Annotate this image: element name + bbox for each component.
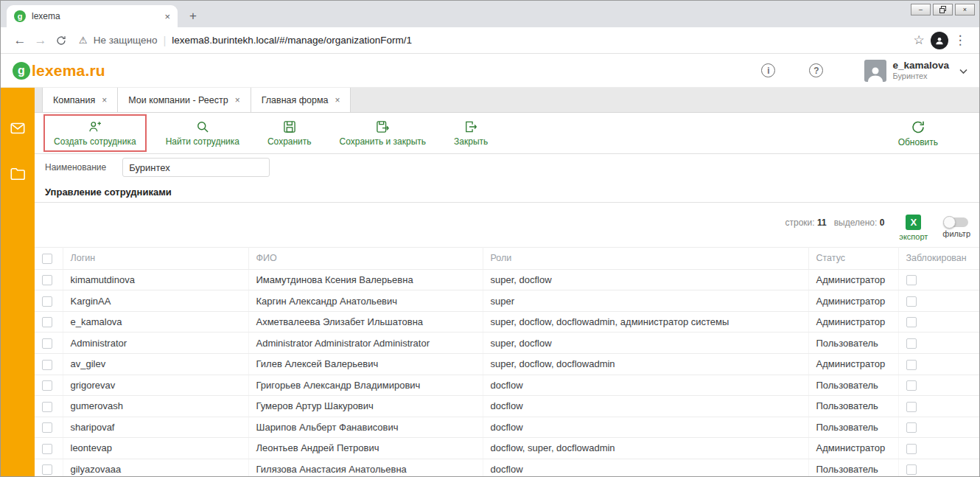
address-divider: |: [163, 34, 166, 46]
not-secure-icon: ⚠: [79, 35, 88, 46]
close-window-button[interactable]: ×: [955, 4, 975, 15]
row-select-cell: [35, 332, 63, 354]
close-form-button[interactable]: Закрыть: [448, 116, 494, 150]
security-label[interactable]: Не защищено: [94, 35, 158, 46]
column-header-roles[interactable]: Роли: [483, 248, 808, 270]
tab-close-icon[interactable]: ×: [235, 95, 240, 105]
tab-company[interactable]: Компания ×: [42, 88, 118, 112]
tab-close-icon[interactable]: ×: [102, 95, 107, 105]
column-header-fio[interactable]: ФИО: [248, 248, 483, 270]
cell-status: Пользователь: [808, 332, 898, 354]
address-bar[interactable]: ⚠ Не защищено | lexema8.burintekh.local/…: [79, 34, 901, 46]
bookmark-star-icon[interactable]: ☆: [909, 30, 929, 51]
blocked-checkbox[interactable]: [906, 402, 917, 412]
table-row[interactable]: gilyazovaaa Гилязова Анастасия Анатольев…: [35, 459, 979, 476]
user-menu[interactable]: e_kamalova Буринтех: [864, 60, 967, 82]
column-header-status[interactable]: Статус: [808, 248, 898, 270]
help-icon[interactable]: ?: [809, 63, 823, 77]
column-header-blocked[interactable]: Заблокирован: [898, 248, 979, 270]
toggle-switch[interactable]: [945, 217, 968, 227]
row-checkbox[interactable]: [42, 296, 52, 307]
blocked-checkbox[interactable]: [906, 317, 917, 327]
row-checkbox[interactable]: [42, 380, 52, 391]
row-checkbox[interactable]: [42, 444, 52, 454]
browser-tab[interactable]: g lexema ×: [7, 5, 178, 27]
find-employee-button[interactable]: Найти сотрудника: [160, 116, 245, 150]
button-label: Сохранить: [267, 136, 312, 147]
info-icon[interactable]: i: [761, 63, 775, 77]
browser-titlebar: g lexema × + – ×: [1, 1, 979, 27]
cell-roles: super, docflow: [483, 269, 808, 290]
table-row[interactable]: leontevap Леонтьев Андрей Петрович docfl…: [35, 438, 979, 459]
lexema-logo[interactable]: g lexema.ru: [13, 62, 105, 80]
tab-my-companies-registry[interactable]: Мои компании - Реестр ×: [117, 88, 251, 112]
refresh-button[interactable]: Обновить: [892, 116, 944, 150]
cell-status: Администратор: [808, 311, 898, 332]
blocked-checkbox[interactable]: [906, 464, 917, 475]
row-checkbox[interactable]: [42, 338, 52, 349]
highlight-annotation: Создать сотрудника: [43, 114, 147, 152]
mail-icon[interactable]: [9, 120, 27, 139]
table-row[interactable]: kimamutdinova Имамутдинова Ксения Валерь…: [35, 269, 979, 290]
table-row[interactable]: KarginAA Каргин Александр Анатольевич su…: [35, 290, 979, 312]
table-row[interactable]: gumerovash Гумеров Артур Шакурович docfl…: [35, 396, 979, 417]
column-header-login[interactable]: Логин: [63, 248, 248, 270]
url-text[interactable]: lexema8.burintekh.local/#/manage/organiz…: [172, 35, 412, 46]
blocked-checkbox[interactable]: [906, 296, 917, 307]
create-employee-button[interactable]: Создать сотрудника: [48, 116, 142, 150]
table-row[interactable]: av_gilev Гилев Алексей Валерьевич super,…: [35, 353, 979, 375]
blocked-checkbox[interactable]: [906, 422, 917, 433]
forward-icon[interactable]: →: [30, 30, 51, 51]
row-checkbox[interactable]: [42, 402, 52, 412]
row-checkbox[interactable]: [42, 275, 52, 285]
restore-button[interactable]: [933, 4, 953, 15]
save-button[interactable]: Сохранить: [262, 116, 318, 150]
back-icon[interactable]: ←: [10, 30, 30, 51]
tab-close-icon[interactable]: ×: [335, 95, 340, 105]
folder-icon[interactable]: [9, 166, 27, 185]
blocked-checkbox[interactable]: [906, 338, 917, 349]
toggle-knob: [943, 216, 956, 229]
minimize-button[interactable]: –: [911, 4, 931, 15]
cell-status: Администратор: [808, 269, 898, 290]
browser-profile-avatar[interactable]: [929, 30, 950, 51]
selected-label: выделено:: [834, 217, 878, 228]
export-button[interactable]: X экспорт: [899, 215, 928, 241]
tab-main-form[interactable]: Главная форма ×: [251, 88, 351, 112]
cell-login: gilyazovaaa: [63, 459, 248, 476]
table-row[interactable]: grigorevav Григорьев Александр Владимиро…: [35, 375, 979, 396]
tab-label: Компания: [53, 95, 95, 105]
cell-blocked: [898, 311, 979, 332]
browser-tab-title: lexema: [32, 11, 158, 21]
browser-menu-icon[interactable]: ⋮: [950, 30, 970, 51]
row-select-cell: [35, 269, 63, 290]
cell-blocked: [898, 332, 979, 354]
cell-blocked: [898, 290, 979, 312]
table-row[interactable]: e_kamalova Ахметвалеева Элизабет Ильшато…: [35, 311, 979, 332]
row-checkbox[interactable]: [42, 464, 52, 475]
table-row[interactable]: sharipovaf Шарипов Альберт Фанависович d…: [35, 417, 979, 438]
new-tab-button[interactable]: +: [183, 7, 203, 26]
filter-toggle[interactable]: фильтр: [942, 215, 970, 238]
cell-status: Пользователь: [808, 417, 898, 438]
cell-roles: super, docflow, docflowadmin: [483, 353, 808, 375]
search-icon: [195, 119, 210, 134]
user-avatar: [864, 60, 886, 82]
cell-roles: docflow: [483, 417, 808, 438]
blocked-checkbox[interactable]: [906, 380, 917, 391]
row-checkbox[interactable]: [42, 360, 52, 370]
row-checkbox[interactable]: [42, 422, 52, 433]
blocked-checkbox[interactable]: [906, 360, 917, 370]
blocked-checkbox[interactable]: [906, 444, 917, 454]
tab-close-icon[interactable]: ×: [164, 11, 170, 22]
save-and-close-button[interactable]: Сохранить и закрыть: [334, 116, 432, 150]
employee-table-body: kimamutdinova Имамутдинова Ксения Валерь…: [35, 269, 979, 476]
browser-window: g lexema × + – × ← → ⚠ Не защищено | lex…: [0, 0, 980, 477]
row-checkbox[interactable]: [42, 317, 52, 327]
table-row[interactable]: Administrator Administrator Administrato…: [35, 332, 979, 354]
reload-icon[interactable]: [51, 30, 71, 51]
select-all-checkbox[interactable]: [42, 254, 52, 264]
blocked-checkbox[interactable]: [906, 275, 917, 285]
organization-name-input[interactable]: [122, 158, 270, 177]
row-select-cell: [35, 375, 63, 396]
